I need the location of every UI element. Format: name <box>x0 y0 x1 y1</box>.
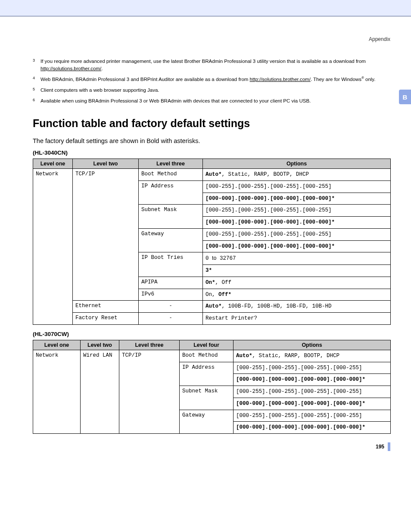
footnote-number: 3 <box>33 58 40 72</box>
table-header: Level three <box>139 159 203 169</box>
cell-level-three: - <box>139 301 203 313</box>
cell-options: [000-000].[000-000].[000-000].[000-000]* <box>234 398 391 410</box>
table-header: Level one <box>33 159 73 169</box>
cell-level-three: Boot Method <box>139 169 203 181</box>
cell-level-three: Subnet Mask <box>139 205 203 229</box>
table-header: Level two <box>81 340 119 350</box>
footnote-number: 4 <box>33 75 40 83</box>
cell-level-two: Ethernet <box>73 301 139 313</box>
cell-options: [000-255].[000-255].[000-255].[000-255] <box>203 228 391 240</box>
page-content: Appendix B 3If you require more advanced… <box>0 16 411 468</box>
footnote-number: 6 <box>33 97 40 105</box>
footnote: 5Client computers with a web browser sup… <box>33 87 390 94</box>
cell-options: On, Off* <box>203 289 391 301</box>
cell-level-three: Gateway <box>139 228 203 252</box>
cell-level-four: Gateway <box>180 410 234 434</box>
cell-level-two: TCP/IP <box>73 169 139 301</box>
cell-level-three: APIPA <box>139 277 203 289</box>
table-header: Level one <box>33 340 81 350</box>
page-number-wrap: 195 <box>33 442 390 451</box>
cell-options: [000-255].[000-255].[000-255].[000-255] <box>234 386 391 398</box>
cell-options: [000-000].[000-000].[000-000].[000-000]* <box>203 217 391 229</box>
cell-options: 3* <box>203 265 391 277</box>
footnote-text: Client computers with a web browser supp… <box>40 87 390 94</box>
cell-options: [000-255].[000-255].[000-255].[000-255] <box>234 362 391 374</box>
cell-options: [000-000].[000-000].[000-000].[000-000]* <box>234 422 391 434</box>
top-strip <box>0 0 411 16</box>
function-table-1: Level oneLevel twoLevel threeOptionsNetw… <box>33 159 391 325</box>
intro-text: The factory default settings are shown i… <box>33 137 390 144</box>
cell-options: Auto*, Static, RARP, BOOTP, DHCP <box>203 169 391 181</box>
footnote: 6Available when using BRAdmin Profession… <box>33 97 390 105</box>
table-header: Level three <box>119 340 180 350</box>
footnote-text: Available when using BRAdmin Professiona… <box>40 97 390 105</box>
page-title: Function table and factory default setti… <box>33 117 390 130</box>
header-section: Appendix <box>33 36 390 42</box>
table-header: Level two <box>73 159 139 169</box>
cell-level-four: Subnet Mask <box>180 386 234 410</box>
footnote-text: If you require more advanced printer man… <box>40 58 390 72</box>
cell-options: 0 to 32767 <box>203 252 391 265</box>
cell-level-three: IP Address <box>139 180 203 205</box>
cell-level-four: Boot Method <box>180 350 234 362</box>
footnote: 4Web BRAdmin, BRAdmin Professional 3 and… <box>33 75 390 83</box>
cell-options: [000-000].[000-000].[000-000].[000-000]* <box>203 193 391 205</box>
cell-options: Auto*, 100B-FD, 100B-HD, 10B-FD, 10B-HD <box>203 301 391 313</box>
cell-options: [000-255].[000-255].[000-255].[000-255] <box>203 205 391 217</box>
page-number: 195 <box>376 442 390 451</box>
cell-level-two: Factory Reset <box>73 313 139 325</box>
cell-level-one: Network <box>33 350 81 433</box>
table-header: Options <box>234 340 391 350</box>
cell-level-three: IP Boot Tries <box>139 252 203 277</box>
footnote-number: 5 <box>33 87 40 94</box>
cell-options: Auto*, Static, RARP, BOOTP, DHCP <box>234 350 391 362</box>
cell-options: Restart Printer? <box>203 313 391 325</box>
cell-level-three: IPv6 <box>139 289 203 301</box>
model-heading-1: (HL-3040CN) <box>33 149 390 156</box>
cell-level-one: Network <box>33 169 73 325</box>
table-header: Level four <box>180 340 234 350</box>
cell-options: On*, Off <box>203 277 391 289</box>
function-table-2: Level oneLevel twoLevel threeLevel fourO… <box>33 340 391 434</box>
cell-options: [000-255].[000-255].[000-255].[000-255] <box>234 410 391 422</box>
model-heading-2: (HL-3070CW) <box>33 331 390 337</box>
cell-options: [000-000].[000-000].[000-000].[000-000]* <box>203 240 391 252</box>
cell-level-three: - <box>139 313 203 325</box>
appendix-tab: B <box>399 90 411 104</box>
cell-options: [000-000].[000-000].[000-000].[000-000]* <box>234 374 391 386</box>
cell-level-two: Wired LAN <box>81 350 119 433</box>
table-header: Options <box>203 159 391 169</box>
cell-level-three: TCP/IP <box>119 350 180 433</box>
footnote: 3If you require more advanced printer ma… <box>33 58 390 72</box>
cell-options: [000-255].[000-255].[000-255].[000-255] <box>203 180 391 193</box>
footnotes: 3If you require more advanced printer ma… <box>33 58 390 104</box>
footnote-text: Web BRAdmin, BRAdmin Professional 3 and … <box>40 75 390 83</box>
cell-level-four: IP Address <box>180 362 234 386</box>
